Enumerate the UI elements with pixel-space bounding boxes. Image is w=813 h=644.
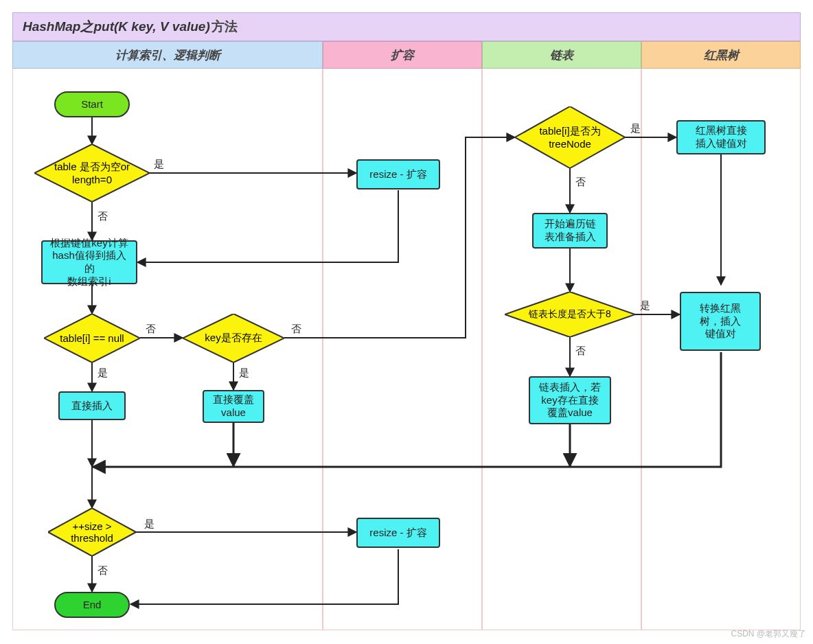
- svg-marker-4: [515, 106, 625, 168]
- edge-no-6: 否: [575, 345, 586, 358]
- edge-yes-1: 是: [154, 158, 164, 171]
- watermark: CSDN @老郭又瘦了: [731, 628, 806, 640]
- svg-marker-0: [34, 144, 150, 202]
- lane-header-resize: 扩容: [323, 41, 482, 69]
- decision-is-treenode: table[i]是否为 treeNode: [515, 106, 625, 168]
- process-resize-1: resize - 扩容: [356, 159, 440, 189]
- title-bar: HashMap之put(K key, V value) 方法: [12, 12, 801, 41]
- terminator-end: End: [54, 592, 130, 618]
- edge-no-3: 否: [291, 323, 301, 336]
- decision-table-i-null: table[i] == null: [44, 314, 140, 363]
- lane-header-rbtree: 红黑树: [641, 41, 801, 69]
- process-rbtree-insert: 红黑树直接 插入键值对: [676, 120, 766, 154]
- process-traverse-list: 开始遍历链 表准备插入: [532, 213, 608, 249]
- decision-size-threshold: ++size > threshold: [48, 508, 136, 556]
- process-calc-hash: 根据键值key计算 hash值得到插入的 数组索引i: [41, 240, 137, 284]
- terminator-start: Start: [54, 91, 130, 117]
- edge-no-2: 否: [146, 323, 156, 336]
- process-resize-2: resize - 扩容: [356, 518, 440, 548]
- title-rest: 方法: [211, 18, 238, 36]
- edge-yes-6: 是: [640, 299, 650, 312]
- edge-yes-4: 是: [144, 518, 154, 531]
- svg-marker-3: [48, 508, 136, 556]
- process-list-insert: 链表插入，若 key存在直接 覆盖value: [529, 376, 611, 424]
- svg-marker-1: [44, 314, 140, 363]
- lane-header-index: 计算索引、逻辑判断: [12, 41, 323, 69]
- edge-no-1: 否: [98, 210, 108, 223]
- edge-yes-5: 是: [630, 122, 641, 135]
- title-italic: HashMap之put(K key, V value): [23, 18, 210, 36]
- lane-header-list: 链表: [482, 41, 641, 69]
- decision-len-gt8: 链表长度是否大于8: [505, 292, 635, 337]
- process-overwrite: 直接覆盖 value: [203, 390, 264, 423]
- process-convert-rbtree: 转换红黑 树，插入 键值对: [680, 292, 761, 351]
- edge-yes-2: 是: [98, 367, 108, 380]
- process-direct-insert: 直接插入: [58, 391, 126, 420]
- svg-marker-2: [183, 314, 284, 363]
- edge-no-4: 否: [98, 564, 108, 577]
- edge-yes-3: 是: [239, 367, 249, 380]
- decision-table-empty: table 是否为空or length=0: [34, 144, 150, 202]
- diagram-container: HashMap之put(K key, V value) 方法 计算索引、逻辑判断…: [0, 0, 813, 644]
- edge-no-5: 否: [575, 176, 586, 189]
- decision-key-exists: key是否存在: [183, 314, 284, 363]
- svg-marker-5: [505, 292, 635, 337]
- lane-headers: 计算索引、逻辑判断 扩容 链表 红黑树: [12, 41, 801, 69]
